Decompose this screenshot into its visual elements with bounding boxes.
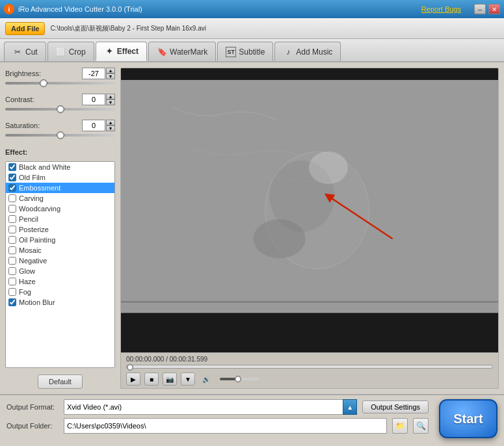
saturation-down-btn[interactable]: ▼ bbox=[106, 125, 115, 131]
bottom-bar: Output Format: ▲ Output Settings Output … bbox=[0, 394, 504, 446]
crop-icon: ⬜ bbox=[56, 47, 66, 57]
search-folder-button[interactable]: 🔍 bbox=[413, 418, 429, 434]
contrast-up-btn[interactable]: ▲ bbox=[106, 94, 115, 99]
effect-item-black-white[interactable]: Black and White bbox=[6, 162, 114, 172]
format-dropdown-button[interactable]: ▲ bbox=[343, 399, 357, 415]
effect-item-carving[interactable]: Carving bbox=[6, 193, 114, 203]
effect-item-pencil[interactable]: Pencil bbox=[6, 214, 114, 224]
effect-checkbox-old-film[interactable] bbox=[8, 174, 16, 181]
volume-thumb[interactable] bbox=[235, 376, 241, 382]
add-music-icon: ♪ bbox=[283, 47, 293, 57]
effect-checkbox-glow[interactable] bbox=[8, 267, 16, 275]
effect-checkbox-fog[interactable] bbox=[8, 288, 16, 296]
effect-item-posterize[interactable]: Posterize bbox=[6, 224, 114, 235]
saturation-slider[interactable] bbox=[5, 134, 115, 137]
effect-item-negative[interactable]: Negative bbox=[6, 256, 114, 266]
effect-list: Black and WhiteOld FilmEmbossmentCarving… bbox=[5, 161, 115, 368]
current-time: 00:00:00.000 bbox=[126, 356, 164, 363]
add-file-button[interactable]: Add File bbox=[5, 22, 45, 35]
contrast-spinbox[interactable]: ▲ ▼ bbox=[82, 94, 115, 105]
minimize-button[interactable]: – bbox=[474, 4, 486, 14]
volume-slider[interactable] bbox=[220, 378, 259, 380]
effect-item-mosaic[interactable]: Mosaic bbox=[6, 245, 114, 256]
toolbar: ✂ Cut ⬜ Crop ✦ Effect 🔖 WaterMark ST Sub… bbox=[0, 39, 504, 62]
stop-button[interactable]: ■ bbox=[144, 373, 159, 386]
video-area bbox=[121, 68, 498, 352]
effect-item-embossment[interactable]: Embossment bbox=[6, 183, 114, 193]
saturation-control: Saturation: ▲ ▼ bbox=[5, 120, 115, 142]
effect-checkbox-oil-painting[interactable] bbox=[8, 236, 16, 244]
tab-subtitle[interactable]: ST Subtitle bbox=[217, 42, 273, 61]
saturation-thumb[interactable] bbox=[57, 131, 64, 139]
brightness-thumb[interactable] bbox=[40, 79, 47, 87]
default-button[interactable]: Default bbox=[38, 374, 83, 389]
effect-checkbox-negative[interactable] bbox=[8, 257, 16, 265]
title-bar: i iRo Advanced Video Cutter 3.0.0 (Trial… bbox=[0, 0, 504, 18]
tab-crop[interactable]: ⬜ Crop bbox=[47, 42, 94, 61]
effect-item-oil-painting[interactable]: Oil Painting bbox=[6, 235, 114, 245]
watermark-icon: 🔖 bbox=[157, 47, 167, 57]
snapshot-button[interactable]: 📷 bbox=[163, 373, 177, 386]
saturation-spinbox[interactable]: ▲ ▼ bbox=[82, 120, 115, 131]
effect-item-old-film[interactable]: Old Film bbox=[6, 172, 114, 183]
tab-watermark[interactable]: 🔖 WaterMark bbox=[148, 42, 216, 61]
contrast-thumb[interactable] bbox=[57, 105, 64, 113]
effect-item-motion-blur[interactable]: Motion Blur bbox=[6, 297, 114, 308]
svg-point-5 bbox=[309, 151, 348, 184]
effect-item-woodcarving[interactable]: Woodcarving bbox=[6, 203, 114, 214]
cut-icon: ✂ bbox=[12, 47, 23, 57]
effect-checkbox-haze[interactable] bbox=[8, 278, 16, 285]
contrast-slider[interactable] bbox=[5, 108, 115, 111]
contrast-value[interactable] bbox=[82, 94, 105, 105]
effect-checkbox-carving[interactable] bbox=[8, 194, 16, 202]
contrast-control: Contrast: ▲ ▼ bbox=[5, 94, 115, 116]
tab-cut-label: Cut bbox=[25, 47, 38, 57]
brightness-up-btn[interactable]: ▲ bbox=[106, 68, 115, 73]
saturation-label: Saturation: bbox=[5, 122, 40, 129]
saturation-value[interactable] bbox=[82, 120, 105, 131]
effect-item-fog[interactable]: Fog bbox=[6, 287, 114, 297]
start-button[interactable]: Start bbox=[439, 399, 497, 438]
progress-thumb[interactable] bbox=[127, 364, 133, 371]
play-button[interactable]: ▶ bbox=[126, 373, 140, 386]
close-button[interactable]: ✕ bbox=[488, 4, 500, 14]
effect-checkbox-mosaic[interactable] bbox=[8, 246, 16, 254]
effect-checkbox-pencil[interactable] bbox=[8, 215, 16, 223]
effect-section-label: Effect: bbox=[5, 148, 115, 156]
effect-checkbox-posterize[interactable] bbox=[8, 226, 16, 233]
brightness-down-btn[interactable]: ▼ bbox=[106, 73, 115, 79]
snapshot-dropdown-button[interactable]: ▼ bbox=[181, 373, 195, 386]
report-bugs-link[interactable]: Report Bugs bbox=[421, 5, 461, 13]
tab-effect[interactable]: ✦ Effect bbox=[96, 42, 147, 61]
svg-rect-0 bbox=[121, 68, 498, 80]
output-settings-button[interactable]: Output Settings bbox=[362, 400, 429, 413]
tab-effect-label: Effect bbox=[117, 47, 139, 56]
tab-cut[interactable]: ✂ Cut bbox=[4, 42, 46, 61]
output-folder-input[interactable] bbox=[64, 418, 387, 434]
effect-label-glow: Glow bbox=[19, 267, 35, 275]
effect-checkbox-embossment[interactable] bbox=[8, 184, 16, 192]
brightness-value[interactable] bbox=[82, 68, 105, 79]
video-controls-area: 00:00:00.000 / 00:00:31.599 ▶ ■ 📷 ▼ 🔊 bbox=[121, 352, 498, 388]
output-folder-row: Output Folder: 📁 🔍 bbox=[7, 418, 429, 434]
saturation-up-btn[interactable]: ▲ bbox=[106, 120, 115, 125]
browse-folder-button[interactable]: 📁 bbox=[392, 418, 408, 434]
tab-watermark-label: WaterMark bbox=[170, 47, 207, 57]
brightness-spinbox[interactable]: ▲ ▼ bbox=[82, 68, 115, 79]
effect-checkbox-motion-blur[interactable] bbox=[8, 298, 16, 306]
svg-point-6 bbox=[254, 219, 306, 258]
title-bar-left: i iRo Advanced Video Cutter 3.0.0 (Trial… bbox=[4, 4, 142, 14]
brightness-slider[interactable] bbox=[5, 82, 115, 85]
effect-checkbox-woodcarving[interactable] bbox=[8, 205, 16, 213]
left-panel: Brightness: ▲ ▼ Contrast: bbox=[0, 62, 120, 394]
format-input[interactable] bbox=[64, 399, 343, 415]
effect-label-negative: Negative bbox=[19, 257, 47, 265]
effect-item-haze[interactable]: Haze bbox=[6, 276, 114, 287]
tab-add-music[interactable]: ♪ Add Music bbox=[274, 42, 341, 61]
effect-checkbox-black-white[interactable] bbox=[8, 163, 16, 171]
output-format-label: Output Format: bbox=[7, 403, 59, 411]
progress-bar[interactable] bbox=[126, 365, 493, 369]
contrast-down-btn[interactable]: ▼ bbox=[106, 99, 115, 105]
effect-item-glow[interactable]: Glow bbox=[6, 266, 114, 276]
output-folder-label: Output Folder: bbox=[7, 422, 59, 430]
